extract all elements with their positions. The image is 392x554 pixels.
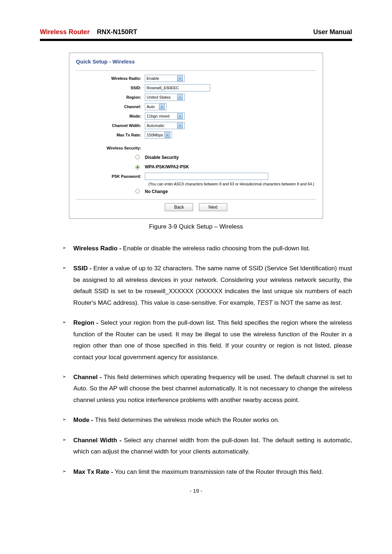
bullet-list: Wireless Radio - Enable or disable the w…	[40, 243, 352, 477]
select-value: Enable	[147, 76, 159, 81]
figure-quick-setup: Quick Setup - Wireless Wireless Radio: E…	[69, 53, 323, 219]
figure-caption: Figure 3-9 Quick Setup – Wireless	[40, 223, 352, 230]
page-header: Wireless Router RNX-N150RT User Manual	[40, 28, 352, 38]
select-channel-width[interactable]: Automatic v	[145, 122, 185, 129]
row-wireless-radio: Wireless Radio: Enable v	[76, 74, 316, 82]
brand-text: Wireless Router	[40, 28, 90, 36]
bullet-label: Mode -	[73, 416, 95, 423]
row-disable-security: Disable Security	[76, 153, 316, 161]
chevron-down-icon: v	[177, 113, 183, 119]
next-button[interactable]: Next	[199, 203, 227, 211]
label-max-tx-rate: Max Tx Rate:	[76, 133, 145, 137]
row-psk-password: PSK Password:	[76, 172, 316, 180]
text-disable-security: Disable Security	[145, 155, 179, 160]
select-value: 11bgn mixed	[147, 114, 170, 118]
bullet-channel: Channel - This field determines which op…	[62, 372, 352, 406]
label-psk-password: PSK Password:	[76, 174, 145, 178]
bullet-mode: Mode - This field determines the wireles…	[62, 414, 352, 426]
label-channel-width: Channel Width:	[76, 123, 145, 128]
select-value: Auto	[147, 104, 155, 109]
chevron-down-icon: v	[177, 75, 183, 81]
button-row: Back Next	[76, 203, 316, 211]
bullet-max-tx-rate: Max Tx Rate - You can limit the maximum …	[62, 466, 352, 477]
row-wireless-security: Wireless Security:	[76, 144, 316, 152]
select-mode[interactable]: 11bgn mixed v	[145, 112, 185, 120]
label-ssid: SSID:	[76, 86, 145, 90]
select-wireless-radio[interactable]: Enable v	[145, 75, 185, 82]
radio-wpa[interactable]	[135, 165, 140, 169]
bullet-region: Region - Select your region from the pul…	[62, 317, 352, 363]
row-region: Region: United States v	[76, 93, 316, 101]
bullet-ssid: SSID - Enter a value of up to 32 charact…	[62, 263, 352, 308]
label-mode: Mode:	[76, 114, 145, 118]
bullet-channel-width: Channel Width - Select any channel width…	[62, 435, 352, 457]
bullet-label: Wireless Radio -	[73, 245, 123, 252]
row-channel: Channel: Auto v	[76, 103, 316, 111]
bullet-end: .	[340, 299, 342, 306]
select-region[interactable]: United States v	[145, 94, 185, 101]
input-psk-password[interactable]	[145, 173, 268, 180]
row-channel-width: Channel Width: Automatic v	[76, 122, 316, 130]
bullet-label: Max Tx Rate -	[73, 468, 115, 475]
label-channel: Channel:	[76, 104, 145, 109]
bullet-wireless-radio: Wireless Radio - Enable or disable the w…	[62, 243, 352, 254]
row-mode: Mode: 11bgn mixed v	[76, 112, 316, 120]
bullet-text: You can limit the maximum transmission r…	[115, 468, 323, 475]
label-wireless-security: Wireless Security:	[76, 146, 145, 150]
row-max-tx-rate: Max Tx Rate: 150Mbps v	[76, 131, 316, 139]
bullet-label: Channel -	[73, 374, 103, 381]
psk-hint: (You can enter ASCII characters between …	[148, 182, 316, 186]
label-region: Region:	[76, 95, 145, 99]
back-button[interactable]: Back	[165, 203, 193, 211]
radio-disable-security[interactable]	[135, 155, 140, 159]
radio-no-change[interactable]	[135, 189, 140, 193]
row-wpa: WPA-PSK/WPA2-PSK	[76, 163, 316, 171]
label-wireless-radio: Wireless Radio:	[76, 76, 145, 81]
bullet-text: Select your region from the pull-down li…	[73, 319, 352, 360]
header-left: Wireless Router RNX-N150RT	[40, 28, 137, 36]
bullet-italic2: test	[330, 299, 340, 306]
bullet-label: Region -	[73, 319, 101, 326]
header-right: User Manual	[313, 28, 352, 36]
figure-title: Quick Setup - Wireless	[76, 58, 316, 65]
page-number: - 19 -	[40, 488, 352, 494]
bullet-label: SSID -	[73, 265, 93, 272]
page: Wireless Router RNX-N150RT User Manual Q…	[0, 0, 392, 516]
chevron-down-icon: v	[177, 94, 183, 100]
select-max-tx-rate[interactable]: 150Mbps v	[145, 131, 172, 139]
figure-sep-top	[76, 70, 316, 71]
input-ssid[interactable]: Rosewill_E60EEC	[145, 84, 210, 91]
text-no-change: No Change	[145, 189, 168, 194]
select-value: United States	[147, 95, 171, 99]
bullet-italic1: TEST	[257, 299, 273, 306]
row-ssid: SSID: Rosewill_E60EEC	[76, 84, 316, 92]
text-wpa: WPA-PSK/WPA2-PSK	[145, 164, 189, 169]
chevron-down-icon: v	[164, 132, 170, 138]
model-text: RNX-N150RT	[97, 28, 137, 36]
select-value: 150Mbps	[147, 133, 163, 137]
chevron-down-icon: v	[177, 123, 183, 128]
row-no-change: No Change	[76, 188, 316, 196]
input-value: Rosewill_E60EEC	[147, 86, 179, 90]
bullet-text: Enable or disable the wireless radio cho…	[123, 245, 310, 252]
select-channel[interactable]: Auto v	[145, 103, 167, 110]
figure-sep-bottom	[76, 199, 316, 200]
bullet-mid: is NOT the same as	[273, 299, 330, 306]
chevron-down-icon: v	[159, 104, 165, 110]
bullet-text: This field determines which operating fr…	[73, 374, 352, 403]
bullet-text: This field determines the wireless mode …	[95, 416, 279, 423]
header-rule	[40, 39, 352, 41]
bullet-label: Channel Width -	[73, 437, 124, 444]
select-value: Automatic	[147, 123, 164, 128]
